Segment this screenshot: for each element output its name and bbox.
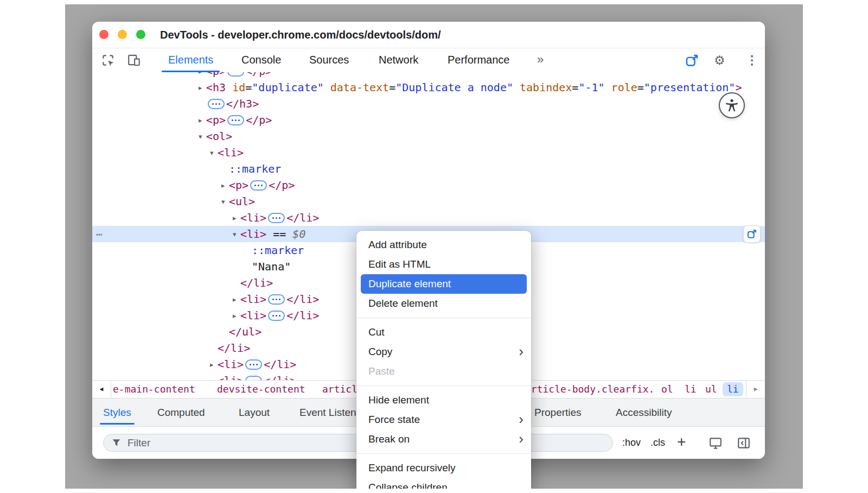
kebab-menu-icon[interactable]: ⋮ [746,48,758,72]
code-token: = [245,81,252,94]
dom-tree-row[interactable]: ▸<h3 id="duplicate" data-text="Duplicate… [92,79,765,96]
menu-item-label: Break on [368,433,410,445]
context-menu: Add attributeEdit as HTMLDuplicate eleme… [356,231,531,489]
menu-item-label: Expand recursively [368,462,456,473]
menu-separator [356,453,531,454]
expand-arrow-icon[interactable]: ▸ [233,292,240,308]
code-token: "Duplicate a node" [395,81,513,94]
expand-arrow-icon[interactable]: ▸ [233,210,240,226]
submenu-chevron-icon: › [519,409,524,429]
menu-item-delete-element[interactable]: Delete element [356,294,531,313]
collapse-arrow-icon[interactable]: ▾ [199,129,206,145]
code-token: == [266,227,292,241]
dom-tree-row[interactable]: ::marker [92,161,765,177]
expand-arrow-icon[interactable]: ▸ [221,178,229,194]
menu-item-duplicate-element[interactable]: Duplicate element [361,274,527,294]
crumb-e-main-content-0[interactable]: e-main-content [113,381,195,398]
collapse-arrow-icon[interactable]: ▾ [210,145,218,161]
code-token: "duplicate" [252,81,323,94]
code-token: data-text [324,81,389,94]
sidebar-tab-properties[interactable]: Properties [534,399,582,426]
crumb-ol-4[interactable]: ol [661,381,673,398]
expand-children-badge-icon[interactable] [227,115,244,125]
crumb-ul-6[interactable]: ul [705,381,717,398]
row-overflow-dots-icon[interactable]: ⋯ [96,226,103,242]
inspect-element-icon[interactable] [101,53,115,67]
dom-tree-row[interactable]: ▾<ol> [92,128,765,144]
menu-item-copy[interactable]: Copy› [356,342,531,362]
inspect-badge-icon[interactable] [685,53,699,67]
expand-children-badge-icon[interactable] [268,213,285,223]
dom-tree-row[interactable]: ▸<p></p> [92,112,765,128]
expand-arrow-icon[interactable]: ▸ [199,112,206,129]
dom-tree-row[interactable]: ▾<li> [92,144,765,161]
tab-elements[interactable]: Elements [168,48,213,72]
dom-tree-row[interactable]: </h3> [92,96,765,112]
sidebar-tab-styles[interactable]: Styles [103,399,131,426]
scroll-into-view-badge-icon[interactable] [743,225,761,243]
expand-children-badge-icon[interactable] [250,180,267,191]
dom-tree-row[interactable]: ▾<ul> [92,193,765,210]
close-button[interactable] [99,30,108,39]
code-token: <li> [240,227,266,241]
expand-children-badge-icon[interactable] [227,72,244,77]
crumb-article-body-clearfix-3[interactable]: article-body.clearfix. [525,381,654,398]
accessibility-person-icon[interactable] [719,92,745,118]
element-classes-button[interactable]: .cls [650,427,665,459]
menu-item-expand-recursively[interactable]: Expand recursively [356,458,531,478]
code-token: </p> [246,113,272,127]
crumb-li-5[interactable]: li [685,381,697,398]
tab-network[interactable]: Network [379,48,418,72]
code-token: ::marker [229,162,281,175]
expand-children-badge-icon[interactable] [268,294,285,305]
new-style-rule-button[interactable]: + [677,427,686,457]
code-token: <li> [218,374,244,380]
expand-children-badge-icon[interactable] [245,359,262,370]
menu-item-break-on[interactable]: Break on› [356,429,531,449]
minimize-button[interactable] [118,30,127,39]
code-token: = [389,81,395,94]
menu-item-collapse-children[interactable]: Collapse children [356,478,531,489]
dom-tree-row[interactable]: ▸<p></p> [92,72,765,79]
expand-children-badge-icon[interactable] [208,99,225,109]
expand-children-badge-icon[interactable] [268,311,285,321]
expand-arrow-icon[interactable]: ▸ [199,72,206,80]
menu-item-hide-element[interactable]: Hide element [356,390,531,410]
expand-arrow-icon[interactable]: ▸ [199,80,206,96]
sidebar-tab-layout[interactable]: Layout [239,399,270,426]
crumb-li-7[interactable]: li [723,382,743,396]
sidebar-tab-computed[interactable]: Computed [157,399,205,426]
tab-console[interactable]: Console [241,48,281,72]
breadcrumb-scroll-right-icon[interactable]: ▶ [746,381,765,398]
collapse-arrow-icon[interactable]: ▾ [221,194,229,210]
more-tabs-icon[interactable]: » [537,48,542,71]
menu-item-label: Collapse children [368,482,448,489]
expand-arrow-icon[interactable]: ▸ [233,308,240,324]
expand-arrow-icon[interactable]: ▸ [210,373,218,380]
code-token: </li> [240,276,273,289]
menu-item-add-attribute[interactable]: Add attribute [356,235,531,255]
dom-tree-row[interactable]: ▸<p></p> [92,177,765,193]
menu-item-force-state[interactable]: Force state› [356,410,531,429]
expand-arrow-icon[interactable]: ▸ [210,357,218,373]
menu-item-cut[interactable]: Cut [356,323,531,342]
tab-sources[interactable]: Sources [309,48,349,72]
device-toolbar-icon[interactable] [127,53,141,67]
code-token: </h3> [226,97,259,110]
sidebar-tab-accessibility[interactable]: Accessibility [616,399,672,426]
rendering-emulation-icon[interactable] [709,436,723,450]
menu-item-edit-as-html[interactable]: Edit as HTML [356,255,531,274]
menu-separator [356,385,531,386]
zoom-button[interactable] [136,30,145,39]
settings-gear-icon[interactable]: ⚙ [714,48,725,72]
expand-children-badge-icon[interactable] [245,376,262,381]
toggle-sidebar-icon[interactable] [737,436,751,450]
menu-item-label: Hide element [368,394,429,406]
collapse-arrow-icon[interactable]: ▾ [233,226,240,243]
breadcrumb-scroll-left-icon[interactable]: ◀ [92,381,111,398]
tab-performance[interactable]: Performance [448,48,510,72]
dom-tree-row[interactable]: ▸<li></li> [92,210,765,226]
crumb-devsite-content-1[interactable]: devsite-content [217,381,305,398]
toggle-element-state-button[interactable]: :hov [622,427,641,459]
code-token: <li> [240,309,266,322]
